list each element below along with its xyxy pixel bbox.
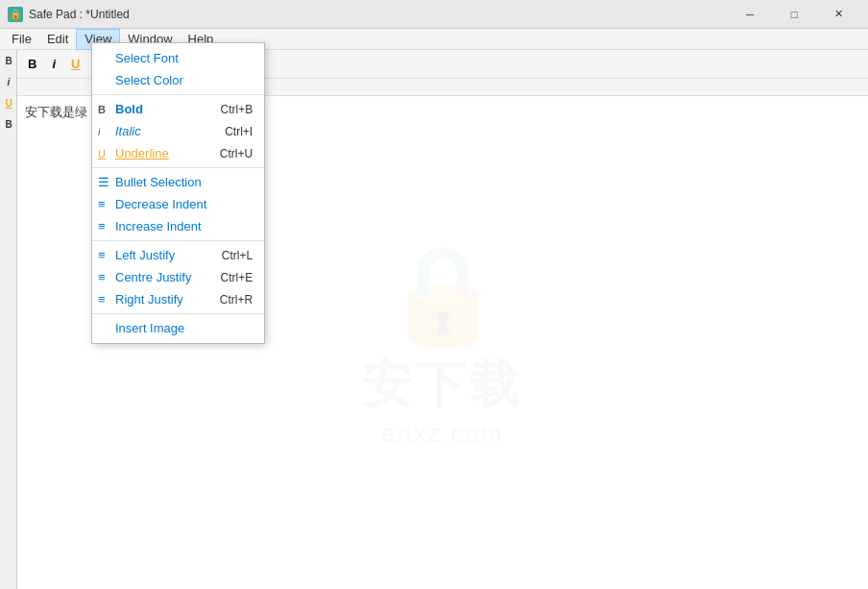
watermark-english: anxz.com [381, 418, 503, 448]
left-bold-button[interactable]: B [0, 50, 17, 71]
centre-justify-label: Centre Justify [115, 270, 191, 284]
select-font-label: Select Font [115, 51, 179, 65]
right-justify-label: Right Justify [115, 292, 183, 307]
select-color-label: Select Color [115, 73, 183, 87]
increase-indent-icon: ≡ [98, 219, 106, 233]
menu-item-decrease-indent[interactable]: ≡ Decrease Indent [92, 193, 264, 215]
left-underline-button[interactable]: U [0, 92, 17, 113]
app-icon: 🔒 [8, 7, 23, 22]
menu-file[interactable]: File [4, 29, 39, 50]
menu-item-left-justify[interactable]: ≡ Left Justify Ctrl+L [92, 244, 264, 266]
right-justify-shortcut: Ctrl+R [191, 293, 253, 307]
separator-4 [92, 313, 264, 314]
separator-3 [92, 240, 264, 241]
left-justify-label: Left Justify [115, 248, 175, 262]
close-button[interactable]: ✕ [816, 0, 860, 29]
left-justify-shortcut: Ctrl+L [193, 249, 253, 262]
decrease-indent-label: Decrease Indent [115, 197, 206, 211]
underline-shortcut: Ctrl+U [191, 147, 253, 160]
watermark: 🔒 安下载 anxz.com [362, 237, 523, 448]
decrease-indent-icon: ≡ [98, 197, 106, 211]
underline-icon: U [98, 148, 106, 160]
increase-indent-label: Increase Indent [115, 219, 202, 233]
window-title: Safe Pad : *Untitled [29, 8, 728, 21]
left-justify-icon: ≡ [98, 248, 106, 262]
watermark-chinese: 安下载 [362, 351, 523, 418]
left-italic-button[interactable]: i [0, 71, 17, 92]
centre-justify-icon: ≡ [98, 270, 106, 284]
bold-icon: B [98, 104, 106, 115]
menu-item-right-justify[interactable]: ≡ Right Justify Ctrl+R [92, 288, 264, 310]
bold-label: Bold [115, 102, 143, 116]
view-dropdown-menu: Select Font Select Color B Bold Ctrl+B i… [91, 42, 265, 344]
menu-item-bold[interactable]: B Bold Ctrl+B [92, 98, 264, 120]
centre-justify-shortcut: Ctrl+E [191, 271, 253, 284]
menu-edit[interactable]: Edit [39, 29, 76, 50]
bold-button[interactable]: B [21, 53, 43, 76]
bullet-label: Bullet Selection [115, 175, 202, 189]
window-controls: ─ □ ✕ [728, 0, 860, 29]
italic-shortcut: Ctrl+I [196, 125, 253, 138]
editor-text: 安下载是绿 [25, 105, 87, 119]
bullet-icon: ☰ [98, 175, 109, 189]
title-bar: 🔒 Safe Pad : *Untitled ─ □ ✕ [0, 0, 868, 29]
insert-image-label: Insert Image [115, 321, 184, 335]
underline-button[interactable]: U [64, 53, 86, 76]
menu-item-insert-image[interactable]: Insert Image [92, 317, 264, 339]
menu-item-select-color[interactable]: Select Color [92, 69, 264, 91]
italic-label: Italic [115, 124, 141, 138]
menu-item-increase-indent[interactable]: ≡ Increase Indent [92, 215, 264, 237]
italic-icon: i [98, 126, 100, 137]
menu-item-centre-justify[interactable]: ≡ Centre Justify Ctrl+E [92, 266, 264, 288]
menu-item-bullet-selection[interactable]: ☰ Bullet Selection [92, 171, 264, 193]
watermark-shield-icon: 🔒 [383, 237, 503, 351]
menu-item-underline[interactable]: U Underline Ctrl+U [92, 142, 264, 164]
menu-item-select-font[interactable]: Select Font [92, 47, 264, 69]
underline-label: Underline [115, 146, 169, 160]
separator-2 [92, 167, 264, 168]
right-justify-icon: ≡ [98, 292, 106, 307]
maximize-button[interactable]: □ [772, 0, 816, 29]
menu-item-italic[interactable]: i Italic Ctrl+I [92, 120, 264, 142]
left-toolbar: B i U B [0, 50, 17, 589]
separator-1 [92, 94, 264, 95]
bold-shortcut: Ctrl+B [191, 103, 253, 116]
left-bold2-button[interactable]: B [0, 113, 17, 135]
minimize-button[interactable]: ─ [728, 0, 772, 29]
italic-button[interactable]: i [45, 53, 62, 76]
